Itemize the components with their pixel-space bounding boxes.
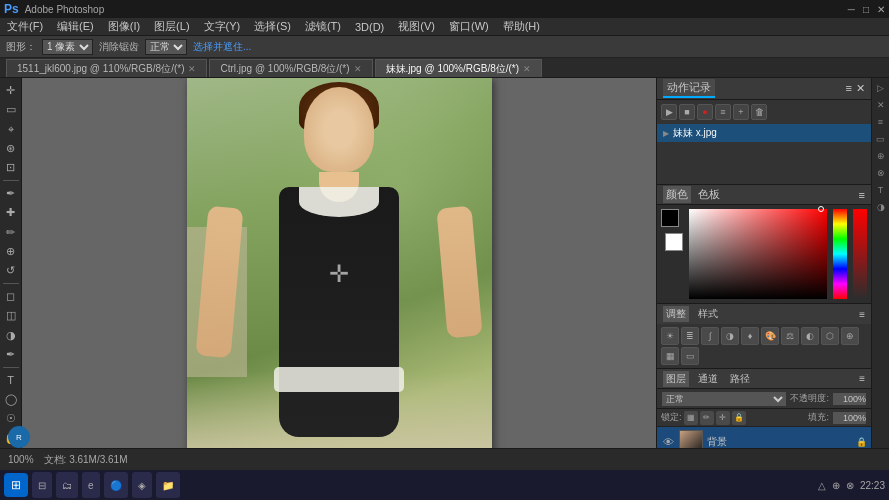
adj-tab-adjustments[interactable]: 调整 (663, 306, 689, 322)
color-gradient[interactable] (689, 209, 827, 299)
action-new-btn[interactable]: + (733, 104, 749, 120)
title-bar-controls[interactable]: ─ □ ✕ (848, 4, 885, 15)
action-play-btn[interactable]: ▶ (661, 104, 677, 120)
menu-item[interactable]: 帮助(H) (500, 19, 543, 34)
tool-eyedropper[interactable]: ✒ (1, 185, 21, 202)
menu-item[interactable]: 3D(D) (352, 21, 387, 33)
menu-item[interactable]: 选择(S) (251, 19, 294, 34)
tab-2[interactable]: 妹妹.jpg @ 100%/RGB/8位/(*)✕ (375, 59, 543, 77)
taskbar-item-6[interactable]: 📁 (156, 472, 180, 498)
tool-shape[interactable]: ◯ (1, 391, 21, 408)
color-alpha-slider[interactable] (853, 209, 867, 299)
adj-curves[interactable]: ∫ (701, 327, 719, 345)
fg-color-swatch[interactable] (661, 209, 679, 227)
tool-stamp[interactable]: ⊕ (1, 243, 21, 260)
mini-tool-4[interactable]: ▭ (873, 131, 889, 147)
adj-hsl[interactable]: 🎨 (761, 327, 779, 345)
lock-transparent-btn[interactable]: ▦ (684, 411, 698, 425)
layers-panel-menu[interactable]: ≡ (859, 373, 865, 384)
taskbar-item-3[interactable]: e (82, 472, 100, 498)
adj-bw[interactable]: ◐ (801, 327, 819, 345)
layers-tab-paths[interactable]: 路径 (727, 371, 753, 387)
tool-lasso[interactable]: ⌖ (1, 120, 21, 137)
layer-visibility-icon[interactable]: 👁 (661, 435, 675, 449)
adj-threshold[interactable]: ▦ (661, 347, 679, 365)
options-select-mask[interactable]: 选择并遮住... (193, 40, 251, 54)
options-dropdown-1[interactable]: 1 像素 (42, 39, 93, 55)
tab-close-icon[interactable]: ✕ (523, 64, 531, 74)
maximize-button[interactable]: □ (863, 4, 869, 15)
adj-vibrance[interactable]: ♦ (741, 327, 759, 345)
action-delete-btn[interactable]: 🗑 (751, 104, 767, 120)
fill-input[interactable] (832, 411, 867, 425)
tool-heal[interactable]: ✚ (1, 204, 21, 221)
adj-gradient-map[interactable]: ▭ (681, 347, 699, 365)
action-options-btn[interactable]: ≡ (715, 104, 731, 120)
action-panel-close[interactable]: ✕ (856, 82, 865, 95)
action-record-btn[interactable]: ● (697, 104, 713, 120)
mini-tool-7[interactable]: T (873, 182, 889, 198)
tab-close-icon[interactable]: ✕ (188, 64, 196, 74)
menu-item[interactable]: 编辑(E) (54, 19, 97, 34)
tool-pen[interactable]: ✒ (1, 346, 21, 363)
tool-text[interactable]: T (1, 372, 21, 389)
tool-selection-rect[interactable]: ▭ (1, 101, 21, 118)
mini-tool-1[interactable]: ▷ (873, 80, 889, 96)
layers-tab-layers[interactable]: 图层 (663, 371, 689, 387)
adj-colorbalance[interactable]: ⚖ (781, 327, 799, 345)
color-panel-menu[interactable]: ≡ (859, 189, 865, 201)
action-panel-menu[interactable]: ≡ (846, 82, 852, 95)
action-stop-btn[interactable]: ■ (679, 104, 695, 120)
tool-eraser[interactable]: ◻ (1, 288, 21, 305)
mini-tool-3[interactable]: ≡ (873, 114, 889, 130)
tool-brush[interactable]: ✏ (1, 224, 21, 241)
tool-move[interactable]: ✛ (1, 82, 21, 99)
opacity-input[interactable] (832, 392, 867, 406)
tool-quick-select[interactable]: ⊛ (1, 140, 21, 157)
menu-item[interactable]: 视图(V) (395, 19, 438, 34)
tool-dodge[interactable]: ◑ (1, 327, 21, 344)
mini-tool-5[interactable]: ⊕ (873, 148, 889, 164)
adj-exposure[interactable]: ◑ (721, 327, 739, 345)
tab-close-icon[interactable]: ✕ (354, 64, 362, 74)
adj-levels[interactable]: ≣ (681, 327, 699, 345)
close-button[interactable]: ✕ (877, 4, 885, 15)
color-tab-color[interactable]: 颜色 (663, 186, 691, 203)
tab-1[interactable]: Ctrl.jpg @ 100%/RGB/8位/(*)✕ (209, 59, 372, 77)
bg-color-swatch[interactable] (665, 233, 683, 251)
minimize-button[interactable]: ─ (848, 4, 855, 15)
mini-tool-6[interactable]: ⊗ (873, 165, 889, 181)
menu-item[interactable]: 文字(Y) (201, 19, 244, 34)
adj-channel[interactable]: ⊕ (841, 327, 859, 345)
adj-brightness[interactable]: ☀ (661, 327, 679, 345)
taskbar-item-1[interactable]: ⊟ (32, 472, 52, 498)
mini-tool-2[interactable]: ✕ (873, 97, 889, 113)
tool-gradient[interactable]: ◫ (1, 307, 21, 324)
action-tab-actions[interactable]: 动作记录 (663, 79, 715, 98)
adj-panel-menu[interactable]: ≡ (859, 309, 865, 320)
tool-crop[interactable]: ⊡ (1, 159, 21, 176)
tool-history-brush[interactable]: ↺ (1, 262, 21, 279)
menu-item[interactable]: 图层(L) (151, 19, 192, 34)
action-item[interactable]: ▶ 妹妹 x.jpg (657, 124, 871, 142)
menu-item[interactable]: 窗口(W) (446, 19, 492, 34)
tool-navigate[interactable]: ☉ (1, 410, 21, 427)
lock-all-btn[interactable]: 🔒 (732, 411, 746, 425)
layers-tab-channels[interactable]: 通道 (695, 371, 721, 387)
lock-position-btn[interactable]: ✛ (716, 411, 730, 425)
canvas-container[interactable]: ✛ (187, 78, 492, 470)
color-tab-swatches[interactable]: 色板 (695, 186, 723, 203)
adj-photo-filter[interactable]: ⬡ (821, 327, 839, 345)
blend-mode-select[interactable]: 正常 (661, 391, 787, 407)
adj-tab-styles[interactable]: 样式 (695, 306, 721, 322)
lock-pixels-btn[interactable]: ✏ (700, 411, 714, 425)
taskbar-item-2[interactable]: 🗂 (56, 472, 78, 498)
start-button[interactable]: ⊞ (4, 473, 28, 497)
menu-item[interactable]: 滤镜(T) (302, 19, 344, 34)
taskbar-item-5[interactable]: ◈ (132, 472, 152, 498)
tab-0[interactable]: 1511_jkl600.jpg @ 110%/RGB/8位/(*)✕ (6, 59, 207, 77)
mini-tool-8[interactable]: ◑ (873, 199, 889, 215)
color-hue-slider[interactable] (833, 209, 847, 299)
menu-item[interactable]: 图像(I) (105, 19, 143, 34)
options-dropdown-2[interactable]: 正常 (145, 39, 187, 55)
